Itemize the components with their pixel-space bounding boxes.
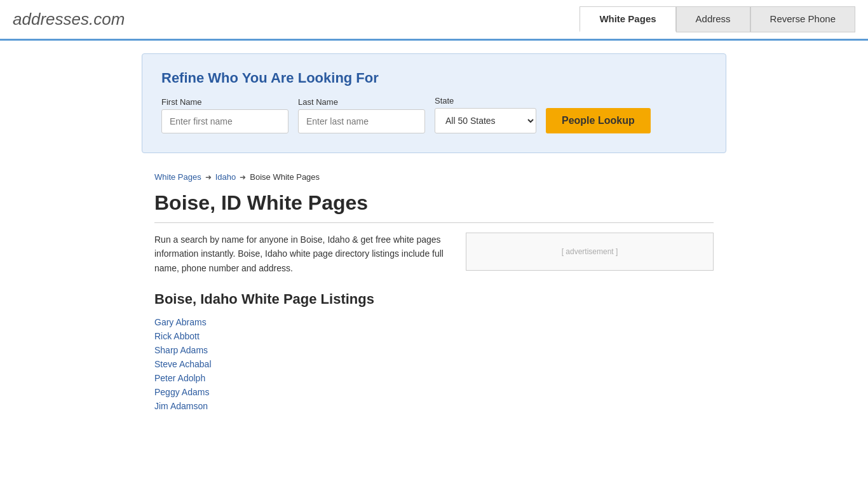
state-select[interactable]: All 50 StatesAlabamaAlaskaArizonaArkansa… [435,108,536,133]
breadcrumb-arrow-1: ➜ [205,173,212,182]
first-name-group: First Name [161,97,288,133]
site-logo: addresses.com [13,10,125,29]
last-name-group: Last Name [298,97,425,133]
first-name-label: First Name [161,97,288,107]
page-title: Boise, ID White Pages [154,191,714,215]
main-nav: White Pages Address Reverse Phone [580,6,855,32]
list-item: Rick Abbott [154,331,714,341]
breadcrumb: White Pages ➜ Idaho ➜ Boise White Pages [154,172,714,182]
breadcrumb-idaho[interactable]: Idaho [215,172,236,182]
list-item: Gary Abrams [154,317,714,327]
list-item: Sharp Adams [154,345,714,355]
people-lookup-button[interactable]: People Lookup [546,108,651,133]
nav-white-pages[interactable]: White Pages [580,6,675,32]
listing-link[interactable]: Jim Adamson [154,401,208,411]
first-name-input[interactable] [161,109,288,133]
state-label: State [435,96,536,105]
listings-title: Boise, Idaho White Page Listings [154,291,714,308]
last-name-input[interactable] [298,109,425,133]
list-item: Peter Adolph [154,373,714,383]
search-fields: First Name Last Name State All 50 States… [161,96,707,133]
list-item: Peggy Adams [154,387,714,397]
listings-list: Gary AbramsRick AbbottSharp AdamsSteve A… [154,317,714,411]
ad-placeholder-text: [ advertisement ] [562,247,618,256]
list-item: Steve Achabal [154,359,714,369]
last-name-label: Last Name [298,97,425,107]
nav-reverse-phone[interactable]: Reverse Phone [750,6,855,32]
divider [154,222,714,223]
listing-link[interactable]: Sharp Adams [154,345,208,355]
main-content: White Pages ➜ Idaho ➜ Boise White Pages … [142,166,726,417]
list-item: Jim Adamson [154,401,714,411]
state-group: State All 50 StatesAlabamaAlaskaArizonaA… [435,96,536,133]
header: addresses.com White Pages Address Revers… [0,0,868,41]
breadcrumb-arrow-2: ➜ [240,173,246,182]
listing-link[interactable]: Rick Abbott [154,331,200,341]
description-area: Run a search by name for anyone in Boise… [154,233,714,275]
listing-link[interactable]: Peter Adolph [154,373,205,383]
breadcrumb-current: Boise White Pages [250,172,320,182]
search-title: Refine Who You Are Looking For [161,70,707,86]
breadcrumb-white-pages[interactable]: White Pages [154,172,201,182]
listing-link[interactable]: Peggy Adams [154,387,209,397]
description-text: Run a search by name for anyone in Boise… [154,233,453,275]
nav-address[interactable]: Address [676,6,750,32]
ad-banner: [ advertisement ] [466,233,714,271]
listing-link[interactable]: Steve Achabal [154,359,212,369]
listing-link[interactable]: Gary Abrams [154,317,207,327]
search-panel: Refine Who You Are Looking For First Nam… [142,53,726,153]
